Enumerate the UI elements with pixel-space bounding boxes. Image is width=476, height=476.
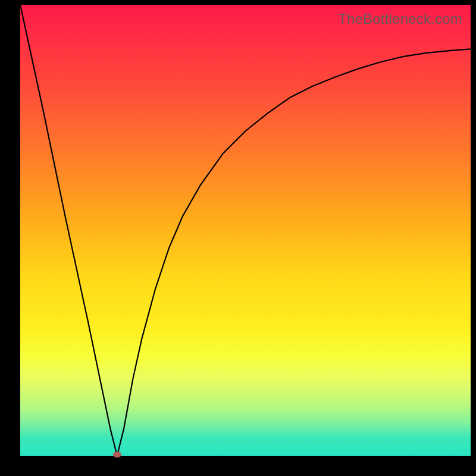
chart-frame: TheBottleneck.com [0, 0, 476, 476]
bottleneck-curve [20, 5, 471, 456]
minimum-marker [113, 452, 121, 458]
curve-svg [20, 5, 471, 456]
plot-area: TheBottleneck.com [20, 5, 471, 456]
